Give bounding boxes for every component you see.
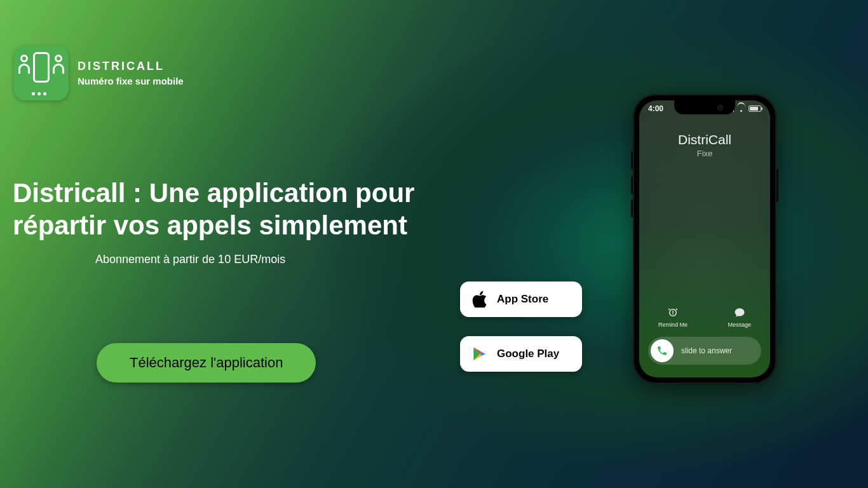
slide-label: slide to answer xyxy=(674,346,759,355)
app-logo-icon xyxy=(14,46,69,100)
app-store-button[interactable]: App Store xyxy=(460,281,582,317)
hero-subtitle: Abonnement à partir de 10 EUR/mois xyxy=(95,253,419,266)
caller-type: Fixe xyxy=(639,149,770,158)
brand-tagline: Numéro fixe sur mobile xyxy=(78,76,184,86)
message-action: Message xyxy=(728,307,751,328)
message-icon xyxy=(734,307,745,318)
slide-to-answer: slide to answer xyxy=(648,337,761,365)
wifi-icon xyxy=(737,105,745,112)
phone-screen: 4:00 DistriCall Fixe Remind Me M xyxy=(639,100,770,377)
google-play-button[interactable]: Google Play xyxy=(460,336,582,372)
app-store-label: App Store xyxy=(497,293,548,306)
store-buttons: App Store Google Play xyxy=(460,281,582,372)
alarm-icon xyxy=(667,307,679,318)
remind-me-action: Remind Me xyxy=(658,307,688,328)
phone-status-time: 4:00 xyxy=(648,104,663,113)
google-play-label: Google Play xyxy=(497,348,559,360)
brand-block: DISTRICALL Numéro fixe sur mobile xyxy=(14,46,184,100)
caller-name: DistriCall xyxy=(639,132,770,147)
phone-notch xyxy=(674,100,735,114)
answer-knob xyxy=(651,339,674,362)
download-button[interactable]: Téléchargez l'application xyxy=(97,343,316,383)
hero-headline: Districall : Une application pour répart… xyxy=(13,177,419,241)
phone-mockup: 4:00 DistriCall Fixe Remind Me M xyxy=(633,94,776,384)
hero-section: Districall : Une application pour répart… xyxy=(13,177,419,266)
remind-me-label: Remind Me xyxy=(658,322,688,328)
message-label: Message xyxy=(728,322,751,328)
battery-icon xyxy=(749,105,761,112)
apple-icon xyxy=(471,291,488,308)
google-play-icon xyxy=(471,346,488,362)
brand-name: DISTRICALL xyxy=(78,60,184,73)
